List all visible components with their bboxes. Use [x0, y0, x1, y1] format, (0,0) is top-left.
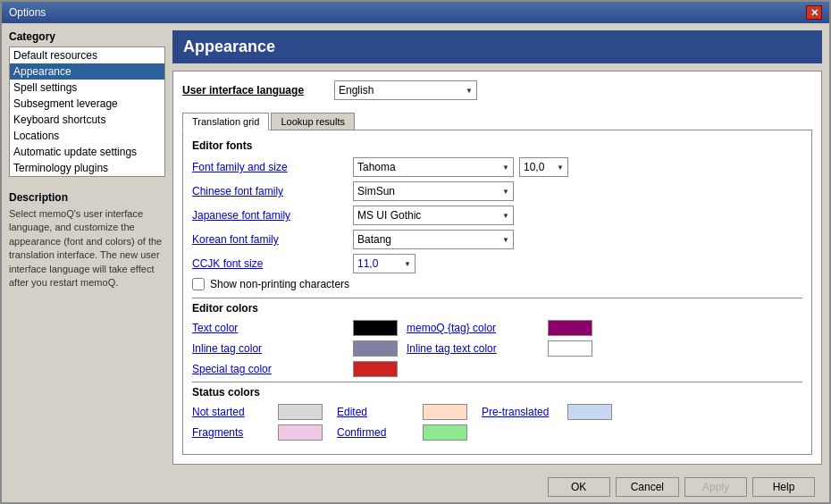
edited-link[interactable]: Edited [337, 406, 367, 418]
help-button[interactable]: Help [752, 477, 815, 497]
font-size-value: 10,0 [524, 161, 544, 173]
text-color-box[interactable] [353, 320, 398, 336]
tab-translation-grid[interactable]: Translation grid [182, 113, 269, 130]
apply-button[interactable]: Apply [684, 477, 747, 497]
ccjk-size-arrow: ▼ [404, 260, 411, 268]
japanese-font-dropdown[interactable]: MS UI Gothic ▼ [353, 206, 514, 225]
editor-colors-title: Editor colors [192, 302, 802, 315]
ccjk-font-link[interactable]: CCJK font size [192, 257, 263, 270]
fragments-label: Fragments [192, 426, 273, 439]
special-tag-color-box[interactable] [353, 361, 398, 377]
divider-2 [192, 382, 802, 382]
japanese-font-arrow: ▼ [502, 212, 509, 220]
confirmed-color-box[interactable] [423, 424, 467, 441]
chinese-font-row: Chinese font family SimSun ▼ [192, 181, 802, 201]
korean-font-link[interactable]: Korean font family [192, 233, 279, 246]
category-section: Category Default resources Appearance Sp… [9, 30, 165, 177]
ccjk-font-label: CCJK font size [192, 257, 353, 270]
pre-translated-label: Pre-translated [482, 406, 562, 418]
tabs-row: Translation grid Lookup results [182, 113, 812, 130]
chinese-font-value: SimSun [357, 185, 395, 197]
text-color-row: Text color memoQ {tag} color [192, 320, 802, 336]
close-button[interactable]: ✕ [806, 5, 822, 20]
fragments-color-box[interactable] [278, 424, 323, 441]
inline-tag-label: Inline tag color [192, 342, 353, 355]
edited-color-box[interactable] [423, 404, 467, 420]
ccjk-size-dropdown[interactable]: 11,0 ▼ [353, 254, 416, 273]
not-started-group: Not started [192, 404, 323, 420]
chinese-font-arrow: ▼ [502, 188, 509, 196]
fragments-link[interactable]: Fragments [192, 426, 243, 439]
language-dropdown[interactable]: English ▼ [334, 80, 477, 100]
korean-font-dropdown[interactable]: Batang ▼ [353, 230, 514, 249]
font-family-dropdown[interactable]: Tahoma ▼ [353, 157, 514, 177]
memotag-link[interactable]: memoQ {tag} color [407, 322, 496, 334]
language-label: User interface language [182, 84, 325, 97]
japanese-font-row: Japanese font family MS UI Gothic ▼ [192, 206, 802, 225]
text-color-link[interactable]: Text color [192, 322, 238, 334]
ok-button[interactable]: OK [548, 477, 610, 497]
sidebar-item-spell-settings[interactable]: Spell settings [10, 80, 164, 96]
fragments-group: Fragments [192, 424, 323, 441]
pre-translated-group: Pre-translated [482, 404, 612, 420]
memotag-color-box[interactable] [548, 320, 592, 336]
description-section: Description Select memoQ's user interfac… [9, 191, 165, 290]
description-title: Description [9, 191, 165, 204]
panel-body: User interface language English ▼ Transl… [172, 71, 822, 465]
language-label-text: User interface language [182, 84, 304, 97]
inline-tag-color-box[interactable] [353, 340, 398, 357]
content-area: Category Default resources Appearance Sp… [2, 23, 829, 504]
sidebar-item-subsegment-leverage[interactable]: Subsegment leverage [10, 96, 164, 112]
font-size-arrow: ▼ [557, 164, 564, 172]
not-started-color-box[interactable] [278, 404, 323, 420]
special-tag-link[interactable]: Special tag color [192, 363, 272, 375]
tabs-container: Translation grid Lookup results Editor f… [182, 113, 812, 455]
category-title: Category [9, 30, 165, 43]
chinese-font-label: Chinese font family [192, 185, 353, 197]
cancel-button[interactable]: Cancel [616, 477, 679, 497]
language-dropdown-arrow: ▼ [466, 87, 473, 95]
nonprinting-link[interactable]: Show non-printing characters [210, 278, 349, 290]
font-size-dropdown[interactable]: 10,0 ▼ [519, 157, 568, 177]
sidebar-list: Default resources Appearance Spell setti… [9, 46, 165, 177]
not-started-link[interactable]: Not started [192, 406, 245, 418]
sidebar-item-locations[interactable]: Locations [10, 128, 164, 144]
confirmed-group: Confirmed [337, 424, 467, 441]
window-title: Options [9, 6, 46, 19]
sidebar-item-auto-update[interactable]: Automatic update settings [10, 144, 164, 160]
font-family-row: Font family and size Tahoma ▼ 10,0 ▼ [192, 157, 802, 177]
titlebar: Options ✕ [2, 2, 829, 23]
status-colors-title: Status colors [192, 386, 802, 399]
tab-content: Editor fonts Font family and size Tahoma… [182, 130, 812, 455]
sidebar-item-appearance[interactable]: Appearance [10, 63, 164, 80]
not-started-label: Not started [192, 406, 273, 418]
status-row-2: Fragments Confirmed [192, 424, 802, 441]
options-window: Options ✕ Category Default resources App… [0, 0, 831, 504]
special-tag-label: Special tag color [192, 363, 353, 375]
japanese-font-link[interactable]: Japanese font family [192, 209, 290, 222]
font-family-link[interactable]: Font family and size [192, 161, 288, 173]
sidebar: Category Default resources Appearance Sp… [9, 30, 165, 502]
confirmed-link[interactable]: Confirmed [337, 426, 386, 439]
inline-tag-text-color-box[interactable] [548, 340, 592, 357]
sidebar-item-default-resources[interactable]: Default resources [10, 47, 164, 63]
chinese-font-dropdown[interactable]: SimSun ▼ [353, 181, 514, 201]
description-text: Select memoQ's user interface language, … [9, 207, 165, 290]
pre-translated-color-box[interactable] [567, 404, 612, 420]
inline-tag-text-group: Inline tag text color [407, 340, 592, 357]
pre-translated-link[interactable]: Pre-translated [482, 406, 549, 418]
inline-tag-link[interactable]: Inline tag color [192, 342, 262, 355]
language-value: English [339, 84, 374, 97]
nonprinting-checkbox[interactable] [192, 278, 205, 290]
main-header: Appearance [172, 30, 822, 63]
language-row: User interface language English ▼ [182, 80, 812, 100]
sidebar-item-keyboard-shortcuts[interactable]: Keyboard shortcuts [10, 112, 164, 128]
font-family-value: Tahoma [357, 161, 396, 173]
inline-tag-text-label: Inline tag text color [407, 342, 541, 355]
tab-lookup-results[interactable]: Lookup results [271, 113, 355, 130]
inline-tag-text-link[interactable]: Inline tag text color [407, 342, 497, 355]
sidebar-item-terminology-plugins[interactable]: Terminology plugins [10, 160, 164, 176]
special-tag-row: Special tag color [192, 361, 802, 377]
chinese-font-link[interactable]: Chinese font family [192, 185, 283, 197]
korean-font-value: Batang [357, 233, 391, 246]
